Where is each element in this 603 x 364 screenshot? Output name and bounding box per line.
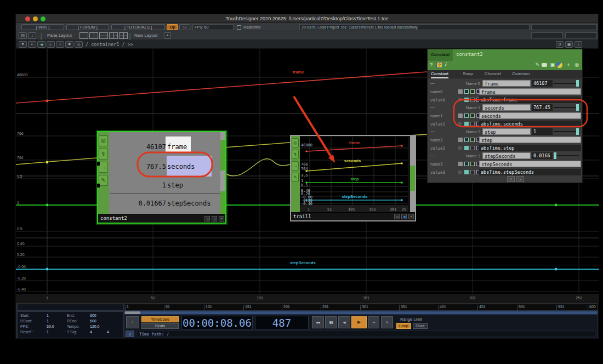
layout-hsplit-button[interactable]: [99, 32, 108, 39]
stop-icon[interactable]: ▪: [28, 41, 36, 48]
timeline-ruler[interactable]: 1 51 101 151 201 251 301 351 401 451 501…: [124, 304, 598, 311]
checkbox[interactable]: [470, 170, 475, 174]
play-button[interactable]: ▶: [351, 316, 367, 328]
value1-field[interactable]: absTime.seconds: [479, 121, 581, 127]
pane-index-button[interactable]: 0: [556, 41, 564, 48]
pane-split-icon[interactable]: ↓: [574, 41, 582, 48]
network-editor-pane[interactable]: 46000 766 764 1.5 1 0.5 0.40 0.20 -0.00 …: [16, 49, 599, 303]
constant2-name-bar[interactable]: constant2 +: [98, 214, 225, 223]
checkbox[interactable]: [458, 146, 462, 150]
wiki-button[interactable]: [ WIKI ]: [21, 24, 64, 30]
timeline-range-bar[interactable]: [124, 311, 598, 315]
pane-maximize-icon[interactable]: ▣: [565, 41, 573, 48]
pause-button[interactable]: ▮▮: [325, 316, 337, 328]
time-path-field[interactable]: Time Path: /: [136, 331, 595, 337]
constant2-row-step[interactable]: 1 step: [109, 177, 220, 195]
checkbox[interactable]: [470, 162, 475, 166]
tutorials-button[interactable]: [ TUTORIALS ]: [111, 24, 165, 30]
loop-button[interactable]: Loop: [396, 323, 411, 329]
dock-icon[interactable]: ↓: [28, 32, 36, 39]
nav-back-icon[interactable]: ◀: [37, 41, 45, 48]
help-icon[interactable]: ?: [430, 62, 433, 67]
tab-common[interactable]: Common: [512, 71, 530, 76]
name0-value[interactable]: 46107: [532, 80, 553, 87]
value0-field[interactable]: absTime.frame: [479, 96, 581, 103]
forum-button[interactable]: [ FORUM ]: [66, 24, 109, 30]
layout-single-button[interactable]: [79, 32, 88, 39]
checkbox[interactable]: [470, 89, 475, 94]
lock-flag-icon[interactable]: ✎: [99, 175, 108, 186]
bypass-flag-icon[interactable]: ↯: [292, 150, 299, 159]
breadcrumb[interactable]: / container1 / >>: [86, 42, 133, 47]
checkbox[interactable]: [464, 122, 469, 126]
context-help-icon[interactable]: ?: [436, 62, 442, 68]
checkbox[interactable]: [458, 113, 463, 118]
checkbox[interactable]: [464, 138, 469, 142]
viewer-icon[interactable]: ▤: [19, 32, 27, 39]
name0-field[interactable]: frame: [479, 88, 581, 95]
checkbox[interactable]: [458, 122, 462, 126]
lock-flag-icon[interactable]: ✎: [292, 173, 299, 182]
name1-field[interactable]: seconds: [479, 112, 581, 119]
name3-field[interactable]: stepSeconds: [479, 161, 581, 167]
independent-button[interactable]: I: [126, 316, 139, 328]
layout-quad-button[interactable]: [119, 32, 128, 39]
node-add-button[interactable]: +: [219, 216, 224, 221]
star-icon[interactable]: ★: [65, 41, 73, 48]
language-pencil-icon[interactable]: ✎: [535, 62, 539, 67]
node-comment-button[interactable]: [401, 214, 407, 219]
name2-slider[interactable]: [554, 131, 579, 132]
checkbox[interactable]: [470, 113, 475, 118]
add-parameter-icon[interactable]: +: [567, 61, 570, 68]
speed-plus-button[interactable]: +: [381, 316, 393, 328]
name1-input[interactable]: seconds: [482, 104, 531, 111]
checkbox[interactable]: [464, 170, 469, 174]
value2-field[interactable]: absTime.step: [479, 145, 581, 151]
name2-input[interactable]: step: [482, 128, 531, 135]
target-icon[interactable]: ◎: [574, 62, 579, 67]
beats-mode-button[interactable]: Beats: [141, 323, 179, 329]
layout-vsplit-button[interactable]: [89, 32, 98, 39]
op-name-field[interactable]: constant2: [456, 52, 483, 57]
name2-field[interactable]: step: [479, 136, 581, 143]
add-bookmark-icon[interactable]: +: [56, 41, 64, 48]
name0-slider[interactable]: [554, 83, 579, 84]
checkbox[interactable]: [464, 98, 469, 102]
checkbox[interactable]: [470, 122, 475, 126]
checkbox[interactable]: [458, 170, 462, 174]
speed-minus-button[interactable]: −: [368, 316, 379, 328]
nav-forward-icon[interactable]: ▶: [47, 41, 55, 48]
checkbox[interactable]: [458, 89, 463, 94]
output-connector[interactable]: [220, 140, 225, 170]
realtime-checkbox[interactable]: [237, 25, 241, 30]
name3-slider[interactable]: [554, 155, 579, 156]
timecode-mode-button[interactable]: TimeCode: [141, 316, 179, 322]
name1-value[interactable]: 767.45: [532, 104, 553, 111]
trail1-scrollbar[interactable]: [410, 136, 415, 212]
pane-type-dropdown[interactable]: ▾: [19, 41, 27, 48]
tab-snap[interactable]: Snap: [463, 71, 473, 76]
python-icon[interactable]: [556, 62, 562, 68]
name3-input[interactable]: stepSeconds: [482, 152, 531, 159]
oi-toggle-button[interactable]: O|I: [167, 24, 178, 30]
constant2-row-seconds[interactable]: 767.5 seconds: [109, 158, 220, 177]
name2-value[interactable]: 1: [532, 128, 553, 135]
checkbox[interactable]: [458, 138, 463, 142]
input-connector[interactable]: [97, 162, 100, 166]
rewind-button[interactable]: ◀◀: [312, 316, 324, 328]
node-color-button[interactable]: [204, 216, 210, 221]
remove-row-button[interactable]: -: [516, 176, 524, 182]
checkbox[interactable]: [458, 98, 462, 101]
trail1-name-bar[interactable]: trail1 +: [291, 212, 415, 220]
output-connector[interactable]: [220, 191, 225, 217]
constant2-row-frame[interactable]: 46107 frame: [109, 138, 220, 157]
name3-value[interactable]: 0.0166: [532, 152, 553, 159]
export-flag-icon[interactable]: →: [99, 162, 108, 173]
tab-constant[interactable]: Constant: [431, 71, 448, 78]
checkbox[interactable]: [458, 162, 463, 166]
node-add-button[interactable]: +: [408, 214, 414, 219]
value3-field[interactable]: absTime.stepSeconds: [479, 169, 581, 175]
checkbox[interactable]: [464, 146, 469, 150]
node-color-button[interactable]: [394, 214, 400, 219]
bookmark-icon[interactable]: ◎: [75, 41, 83, 48]
